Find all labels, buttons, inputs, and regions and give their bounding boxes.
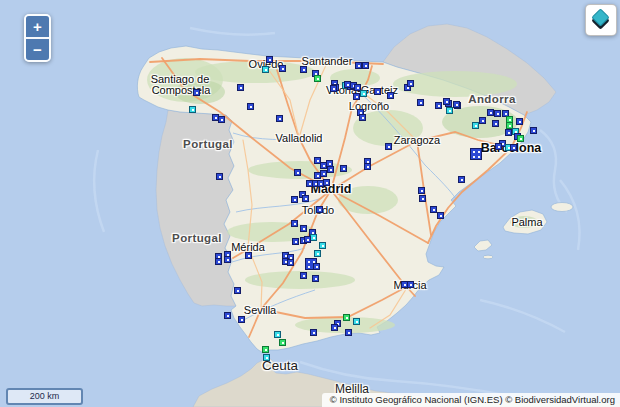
observation-marker[interactable] xyxy=(224,312,231,319)
observation-marker[interactable] xyxy=(263,354,270,361)
observation-marker[interactable] xyxy=(362,62,369,69)
observation-marker[interactable] xyxy=(387,92,394,99)
observation-marker[interactable] xyxy=(276,115,283,122)
map-canvas[interactable]: Santiago deCompostelaOviedoSantanderVito… xyxy=(0,0,620,407)
observation-marker[interactable] xyxy=(312,275,319,282)
observation-marker[interactable] xyxy=(340,165,347,172)
observation-marker[interactable] xyxy=(443,98,450,105)
observation-marker[interactable] xyxy=(304,236,311,243)
observation-marker[interactable] xyxy=(292,238,299,245)
observation-marker[interactable] xyxy=(364,163,371,170)
observation-marker[interactable] xyxy=(279,339,286,346)
observation-marker[interactable] xyxy=(218,116,225,123)
observation-marker[interactable] xyxy=(262,66,269,73)
observation-marker[interactable] xyxy=(294,169,301,176)
observation-marker[interactable] xyxy=(446,107,453,114)
observation-marker[interactable] xyxy=(359,114,366,121)
observation-marker[interactable] xyxy=(234,287,241,294)
zoom-out-button[interactable]: − xyxy=(26,37,49,60)
observation-marker[interactable] xyxy=(331,324,338,331)
observation-marker[interactable] xyxy=(494,110,501,117)
observation-marker[interactable] xyxy=(419,195,426,202)
observation-marker[interactable] xyxy=(327,166,334,173)
observation-cluster-marker[interactable] xyxy=(470,148,482,160)
observation-marker[interactable] xyxy=(417,99,424,106)
observation-marker[interactable] xyxy=(343,314,350,321)
observation-marker[interactable] xyxy=(453,101,460,108)
observation-marker[interactable] xyxy=(385,143,392,150)
zoom-in-button[interactable]: + xyxy=(26,16,49,37)
observation-marker[interactable] xyxy=(418,187,425,194)
zoom-control: + − xyxy=(24,14,51,62)
observation-marker[interactable] xyxy=(458,176,465,183)
observation-marker[interactable] xyxy=(300,225,307,232)
observation-marker[interactable] xyxy=(237,84,244,91)
observation-marker[interactable] xyxy=(291,220,298,227)
observation-marker[interactable] xyxy=(360,90,367,97)
observation-marker[interactable] xyxy=(314,75,321,82)
observation-marker[interactable] xyxy=(353,318,360,325)
observation-marker[interactable] xyxy=(407,281,414,288)
attribution-text[interactable]: © Instituto Geográfico Nacional (IGN.ES)… xyxy=(330,394,615,405)
observation-marker[interactable] xyxy=(323,179,330,186)
observation-marker[interactable] xyxy=(310,329,317,336)
observation-marker[interactable] xyxy=(530,127,537,134)
observation-marker[interactable] xyxy=(320,170,327,177)
observation-marker[interactable] xyxy=(238,316,245,323)
observation-marker[interactable] xyxy=(314,250,321,257)
observation-marker[interactable] xyxy=(487,109,494,116)
observation-marker[interactable] xyxy=(495,143,502,150)
observation-marker[interactable] xyxy=(274,331,281,338)
observation-marker[interactable] xyxy=(302,195,309,202)
observation-marker[interactable] xyxy=(472,122,479,129)
observation-marker[interactable] xyxy=(224,256,231,263)
observation-marker[interactable] xyxy=(245,252,252,259)
layers-control-button[interactable] xyxy=(585,4,617,36)
observation-marker[interactable] xyxy=(505,129,512,136)
observation-marker[interactable] xyxy=(479,117,486,124)
observation-marker[interactable] xyxy=(216,173,223,180)
observation-marker[interactable] xyxy=(510,144,517,151)
observation-marker[interactable] xyxy=(247,103,254,110)
observation-marker[interactable] xyxy=(189,106,196,113)
observation-marker[interactable] xyxy=(287,259,294,266)
observation-marker[interactable] xyxy=(355,62,362,69)
observation-marker[interactable] xyxy=(279,65,286,72)
observation-marker[interactable] xyxy=(316,206,323,213)
observation-marker[interactable] xyxy=(314,172,321,179)
observation-marker[interactable] xyxy=(266,56,273,63)
observation-marker[interactable] xyxy=(262,346,269,353)
scale-label: 200 km xyxy=(30,391,60,401)
observation-marker[interactable] xyxy=(437,212,444,219)
observation-marker[interactable] xyxy=(517,135,524,142)
attribution: © Instituto Geográfico Nacional (IGN.ES)… xyxy=(322,393,620,407)
observation-marker[interactable] xyxy=(353,93,360,100)
observation-marker[interactable] xyxy=(291,196,298,203)
scale-bar: 200 km xyxy=(6,388,83,405)
observation-marker[interactable] xyxy=(345,329,352,336)
observation-marker[interactable] xyxy=(310,234,317,241)
observation-marker[interactable] xyxy=(374,88,381,95)
observation-marker[interactable] xyxy=(430,206,437,213)
observation-marker[interactable] xyxy=(319,242,326,249)
observation-marker[interactable] xyxy=(516,118,523,125)
observation-marker[interactable] xyxy=(215,258,222,265)
observation-marker[interactable] xyxy=(407,80,414,87)
observation-marker[interactable] xyxy=(435,102,442,109)
observation-marker[interactable] xyxy=(492,120,499,127)
observation-marker[interactable] xyxy=(313,263,320,270)
markers-layer xyxy=(0,0,620,407)
observation-marker[interactable] xyxy=(193,89,200,96)
observation-marker[interactable] xyxy=(300,272,307,279)
observation-marker[interactable] xyxy=(330,85,337,92)
observation-marker[interactable] xyxy=(300,66,307,73)
